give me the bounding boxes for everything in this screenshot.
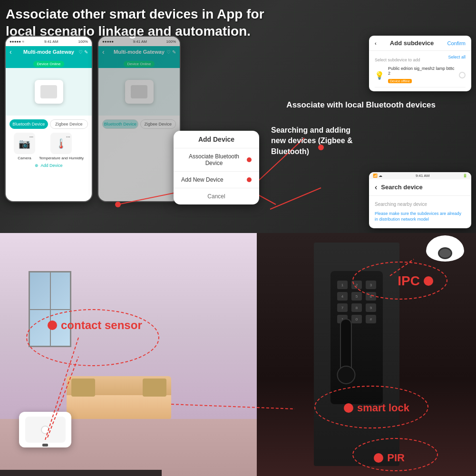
key-4[interactable]: 4 bbox=[337, 292, 348, 301]
pir-dot bbox=[374, 453, 383, 463]
add-icon: ⊕ bbox=[35, 163, 39, 168]
search-panel-battery: 🔋 bbox=[463, 174, 467, 178]
phone1-back-icon[interactable]: ‹ bbox=[10, 48, 12, 56]
subdevice-radio[interactable] bbox=[459, 72, 466, 78]
gateway-button[interactable] bbox=[41, 426, 49, 434]
top-section: Associate other smart devices in App for… bbox=[0, 0, 476, 233]
modal-title: Add Device bbox=[174, 131, 259, 148]
modal-cancel-label: Cancel bbox=[207, 193, 225, 200]
phone2-action-icons[interactable]: ♡ ✎ bbox=[166, 49, 176, 55]
phone1-tab-bluetooth[interactable]: Bluetooth Device bbox=[10, 119, 48, 129]
phone1-tab-zigbee[interactable]: Zigbee Device bbox=[50, 119, 88, 129]
phone1-bottom: Bluetooth Device Zigbee Device 📷 ••• Cam… bbox=[6, 116, 92, 173]
phone1-gateway-inner bbox=[40, 85, 57, 98]
key-0[interactable]: 0 bbox=[351, 315, 362, 323]
pir-label: PIR bbox=[374, 452, 405, 464]
contact-sensor-text: contact sensor bbox=[61, 319, 142, 332]
note-box: Note：All these smart devices are not in-… bbox=[0, 470, 162, 476]
phone1-camera-icon: 📷 ••• bbox=[14, 133, 35, 154]
subdevice-select-label: Select subdevice to add Select all bbox=[375, 55, 466, 63]
ipc-label: IPC bbox=[398, 273, 433, 289]
phone2-empty-content bbox=[102, 133, 176, 171]
key-1[interactable]: 1 bbox=[337, 281, 348, 289]
phone1-mockup: ●●●●● ≈ 9:41 AM 100% ‹ Multi-mode Gatewa… bbox=[5, 36, 93, 202]
modal-associate-btn[interactable]: Associate Bluetooth Device bbox=[174, 148, 259, 172]
phone1-battery: 100% bbox=[78, 39, 88, 44]
search-panel-time: 9:41 AM bbox=[416, 174, 429, 178]
device2-dots[interactable]: ••• bbox=[66, 135, 70, 139]
add-subdevice-panel: ‹ Add subdevice Confirm Select subdevice… bbox=[369, 36, 471, 91]
phone2-signal: ●●●●● bbox=[102, 39, 114, 44]
key-7[interactable]: 7 bbox=[337, 303, 348, 312]
phone2-mockup: ●●●●● 9:41 AM 100% ‹ Multi-mode Gateway … bbox=[97, 36, 181, 202]
gateway-device bbox=[19, 412, 71, 447]
key-8[interactable]: 8 bbox=[351, 303, 362, 312]
phone1-content bbox=[6, 68, 92, 116]
phone2-tab-zigbee[interactable]: Zigbee Device bbox=[140, 119, 176, 129]
phone1-status-bar: ●●●●● ≈ 9:41 AM 100% bbox=[6, 37, 92, 46]
phone2-tab-bluetooth[interactable]: Bluetooth Device bbox=[102, 119, 138, 129]
phone1-title: Multi-mode Gateway bbox=[10, 49, 88, 55]
search-panel-header: ‹ Search device bbox=[369, 179, 471, 196]
bottom-section: 1 2 3 4 5 6 7 8 9 * bbox=[0, 233, 476, 476]
lock-handle bbox=[340, 319, 352, 376]
phone2-content bbox=[98, 68, 180, 116]
smart-lock-dot bbox=[344, 403, 353, 413]
smart-lock-text: smart lock bbox=[357, 402, 409, 414]
phone1-device2: 🌡️ ••• Temperature and Humidity bbox=[39, 133, 84, 160]
smart-lock-label: smart lock bbox=[344, 402, 409, 414]
phone1-header: ‹ Multi-mode Gateway ♡ ✎ bbox=[6, 46, 92, 58]
phone1-sensor-icon: 🌡️ ••• bbox=[50, 133, 72, 154]
subdevice-item: 💡 Public edrion sig_mesh2 lamp bt8c 2 De… bbox=[375, 63, 466, 87]
phone2-back-icon[interactable]: ‹ bbox=[102, 48, 105, 56]
phone1-device-grid: 📷 ••• Camera 🌡️ ••• Temperature and Humi… bbox=[10, 133, 88, 160]
modal-add-new-btn[interactable]: Add New Device bbox=[174, 172, 259, 188]
modal-add-new-dot bbox=[247, 177, 252, 182]
sofa-pillow-right bbox=[143, 379, 166, 397]
select-all-btn[interactable]: Select all bbox=[448, 55, 466, 59]
phone2-online-badge: Device Online bbox=[124, 61, 155, 67]
sofa bbox=[67, 376, 171, 419]
phone1-signal: ●●●●● ≈ bbox=[10, 39, 24, 44]
subdevice-header: ‹ Add subdevice Confirm bbox=[369, 36, 471, 51]
phone2-gateway-icon bbox=[125, 80, 154, 104]
phone1-action-icons[interactable]: ♡ ✎ bbox=[78, 49, 88, 55]
associate-annotation: Associate with local Bluetooth devices bbox=[286, 100, 436, 110]
contact-sensor-label: contact sensor bbox=[48, 319, 142, 332]
searching-annotation-text: Searching and adding new devices (Zigbee… bbox=[271, 126, 353, 155]
search-device-panel: 📶 ☁ 9:41 AM 🔋 ‹ Search device Searching … bbox=[369, 172, 471, 228]
phone2-gateway-inner bbox=[131, 85, 147, 98]
device1-dots[interactable]: ••• bbox=[29, 135, 33, 139]
sensor-icon: 🌡️ bbox=[55, 138, 67, 149]
phone2-battery: 100% bbox=[166, 39, 176, 44]
ipc-text: IPC bbox=[398, 273, 420, 289]
gateway-port bbox=[42, 444, 48, 447]
keypad-row-3: 7 8 9 bbox=[335, 303, 378, 312]
key-5[interactable]: 5 bbox=[351, 292, 362, 301]
modal-cancel-btn[interactable]: Cancel bbox=[174, 188, 259, 204]
phone2-tabs: Bluetooth Device Zigbee Device bbox=[102, 119, 176, 129]
key-9[interactable]: 9 bbox=[366, 303, 376, 312]
key-hash[interactable]: # bbox=[366, 315, 376, 323]
phone1-device1: 📷 ••• Camera bbox=[14, 133, 35, 160]
phone1-device1-label: Camera bbox=[18, 156, 31, 160]
phone1-device-status: Device Online bbox=[6, 58, 92, 68]
subdevice-back-icon[interactable]: ‹ bbox=[375, 40, 377, 46]
gateway-body bbox=[25, 417, 66, 443]
camera-area bbox=[426, 235, 474, 273]
search-panel-body: Searching nearby device Please make sure… bbox=[369, 196, 471, 228]
phone1-tabs: Bluetooth Device Zigbee Device bbox=[10, 119, 88, 129]
subdevice-offline-badge: Device offline bbox=[388, 79, 412, 83]
phone1-device2-label: Temperature and Humidity bbox=[39, 156, 84, 160]
subdevice-confirm-btn[interactable]: Confirm bbox=[447, 40, 466, 46]
modal-add-new-label: Add New Device bbox=[181, 176, 223, 183]
phone1-add-device[interactable]: ⊕ Add Device bbox=[10, 160, 88, 169]
add-device-label: Add Device bbox=[40, 163, 62, 168]
bulb-icon: 💡 bbox=[375, 71, 384, 80]
phone2-status-bar: ●●●●● 9:41 AM 100% bbox=[98, 37, 180, 46]
main-container: Associate other smart devices in App for… bbox=[0, 0, 476, 476]
phone2-device-status: Device Online bbox=[98, 58, 180, 68]
ipc-dot bbox=[424, 276, 433, 286]
sofa-pillow-left bbox=[71, 379, 95, 397]
search-panel-back-icon[interactable]: ‹ bbox=[375, 183, 377, 192]
